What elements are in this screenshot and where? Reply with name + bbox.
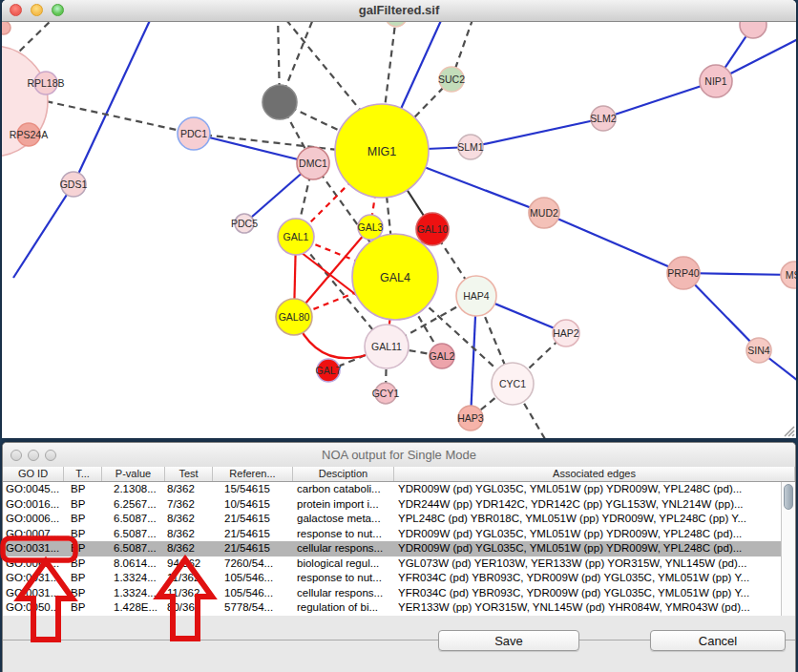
- table-cell: BP: [64, 586, 102, 601]
- table-cell: 94/362: [165, 556, 213, 572]
- column-header-3[interactable]: Test: [165, 467, 213, 481]
- column-header-4[interactable]: Referen...: [213, 467, 293, 481]
- table-cell: 1.3324...: [102, 571, 165, 586]
- node-pink-topright[interactable]: [740, 22, 766, 38]
- graph-edge-blue: [74, 22, 153, 184]
- table-cell: BP: [64, 571, 102, 586]
- node-label: DMC1: [299, 158, 327, 169]
- node-GAL4[interactable]: GAL4: [352, 234, 438, 320]
- table-cell: YDR009W (pd) YGL035C, YML051W (pp) YDR00…: [394, 541, 781, 556]
- table-cell: GO:0031...: [3, 541, 64, 556]
- table-cell: GO:0007...: [3, 527, 64, 542]
- node-GAL80[interactable]: GAL80: [276, 299, 312, 335]
- node-green-top[interactable]: [386, 22, 407, 27]
- save-button[interactable]: Save: [438, 630, 579, 651]
- table-cell: carbon cataboli...: [293, 482, 394, 497]
- table-cell: YDR009W (pd) YGL035C, YML051W (pp) YDR00…: [394, 482, 781, 497]
- node-GAL3[interactable]: GAL3: [358, 215, 384, 240]
- graph-window-titlebar[interactable]: galFiltered.sif: [2, 0, 796, 22]
- node-circle[interactable]: [2, 22, 10, 34]
- table-row[interactable]: GO:0007...BP6.5087...8/36221/54615respon…: [3, 527, 781, 542]
- node-GAL1[interactable]: GAL1: [278, 219, 314, 255]
- table-cell: 1.428E...: [102, 600, 165, 616]
- table-cell: 5778/54...: [213, 600, 293, 616]
- table-cell: GO:0031...: [3, 571, 64, 586]
- vertical-scrollbar[interactable]: [781, 482, 795, 616]
- table-cell: 11/362: [165, 586, 213, 601]
- noa-window-titlebar[interactable]: NOA output for Single Mode: [3, 443, 795, 468]
- column-header-6[interactable]: Associated edges: [394, 467, 795, 481]
- node-gray-node[interactable]: [262, 85, 297, 119]
- node-label: SIN4: [747, 345, 770, 356]
- node-GCY1[interactable]: GCY1: [372, 383, 400, 404]
- node-label: NIP1: [704, 75, 727, 87]
- node-MUD2[interactable]: MUD2: [529, 198, 559, 228]
- table-cell: cellular respons...: [293, 541, 394, 556]
- graph-edge-gray: [14, 22, 57, 56]
- node-MSI[interactable]: MSI: [781, 262, 796, 288]
- node-tiny-topleft[interactable]: [2, 22, 10, 34]
- table-row[interactable]: GO:0006...BP6.5087...8/36221/54615galact…: [3, 512, 781, 527]
- node-SLM1[interactable]: SLM1: [457, 135, 484, 159]
- node-circle[interactable]: [740, 22, 766, 38]
- graph-edge-gray: [194, 134, 355, 152]
- node-SIN4[interactable]: SIN4: [746, 338, 771, 363]
- node-PDC5[interactable]: PDC5: [231, 214, 258, 233]
- node-SLM2[interactable]: SLM2: [590, 106, 617, 131]
- cancel-button[interactable]: Cancel: [650, 630, 786, 651]
- table-cell: GO:0065...: [3, 556, 64, 572]
- table-row[interactable]: GO:0050...BP1.428E...80/3625778/54...reg…: [3, 600, 781, 616]
- table-cell: YDR009W (pd) YGL035C, YML051W (pp) YDR00…: [394, 527, 781, 542]
- resize-grip-icon[interactable]: [782, 424, 795, 437]
- node-NIP1[interactable]: NIP1: [700, 65, 732, 97]
- node-GAL2[interactable]: GAL2: [430, 344, 455, 368]
- table-cell: 8/362: [165, 512, 213, 527]
- table-row[interactable]: GO:0016...BP6.2567...7/36210/54615protei…: [3, 497, 781, 513]
- table-cell: YPL248C (pd) YBR018C, YML051W (pp) YDR00…: [394, 512, 781, 527]
- node-label: SUC2: [438, 74, 465, 85]
- node-DMC1[interactable]: DMC1: [297, 147, 329, 179]
- node-HAP4[interactable]: HAP4: [456, 276, 496, 316]
- node-SUC2[interactable]: SUC2: [438, 67, 465, 92]
- table-row[interactable]: GO:0065...BP8.0614...94/3627260/54...bio…: [3, 556, 781, 572]
- column-header-0[interactable]: GO ID: [3, 467, 64, 481]
- node-circle[interactable]: [386, 22, 407, 27]
- node-CYC1[interactable]: CYC1: [492, 363, 534, 405]
- table-cell: 6.2567...: [102, 497, 165, 513]
- node-circle[interactable]: [262, 85, 297, 119]
- node-GDS1[interactable]: GDS1: [60, 172, 88, 197]
- table-cell: 21/54615: [213, 512, 293, 527]
- table-cell: YGL073W (pd) YER103W, YER133W (pp) YOR31…: [394, 556, 781, 572]
- table-cell: 7/362: [165, 497, 213, 513]
- node-label: PDC5: [231, 218, 258, 229]
- node-label: SLM2: [590, 113, 617, 124]
- node-label: CYC1: [499, 378, 526, 389]
- column-header-2[interactable]: P-value: [102, 467, 165, 481]
- node-PDC1[interactable]: PDC1: [178, 117, 210, 150]
- table-cell: BP: [64, 527, 102, 542]
- node-HAP2[interactable]: HAP2: [553, 320, 579, 346]
- graph-edge-blue: [544, 213, 683, 273]
- column-header-1[interactable]: T...: [64, 467, 102, 481]
- node-GAL10[interactable]: GAL10: [416, 213, 449, 245]
- table-cell: cellular respons...: [293, 586, 394, 601]
- node-GAL11[interactable]: GAL11: [365, 325, 409, 368]
- table-row[interactable]: GO:0031...BP1.3324...11/362105/546...cel…: [3, 586, 781, 601]
- column-header-5[interactable]: Desciption: [293, 467, 394, 481]
- table-cell: 7260/54...: [213, 556, 293, 572]
- node-GAL7[interactable]: GAL7: [316, 359, 342, 382]
- node-PRP40[interactable]: PRP40: [667, 257, 700, 289]
- table-row[interactable]: GO:0045...BP2.1308...8/36215/54615carbon…: [3, 482, 781, 497]
- table-cell: GO:0045...: [3, 482, 64, 497]
- noa-window: NOA output for Single Mode GO IDT...P-va…: [2, 442, 796, 672]
- node-label: GAL3: [358, 221, 384, 233]
- node-MIG1[interactable]: MIG1: [335, 104, 429, 198]
- table-cell: 6.5087...: [102, 512, 165, 527]
- table-row[interactable]: GO:0031...BP6.5087...8/36221/54615cellul…: [3, 541, 781, 556]
- network-canvas[interactable]: RPL18BRPS24AGDS1PDC1DMC1MIG1PDC5GAL1GAL3…: [2, 21, 796, 438]
- graph-edge-blue: [471, 118, 603, 147]
- table-cell: response to nut...: [293, 571, 394, 586]
- scrollbar-thumb[interactable]: [784, 484, 793, 510]
- table-row[interactable]: GO:0031...BP1.3324...11/362105/546...res…: [3, 571, 781, 586]
- node-HAP3[interactable]: HAP3: [457, 406, 484, 430]
